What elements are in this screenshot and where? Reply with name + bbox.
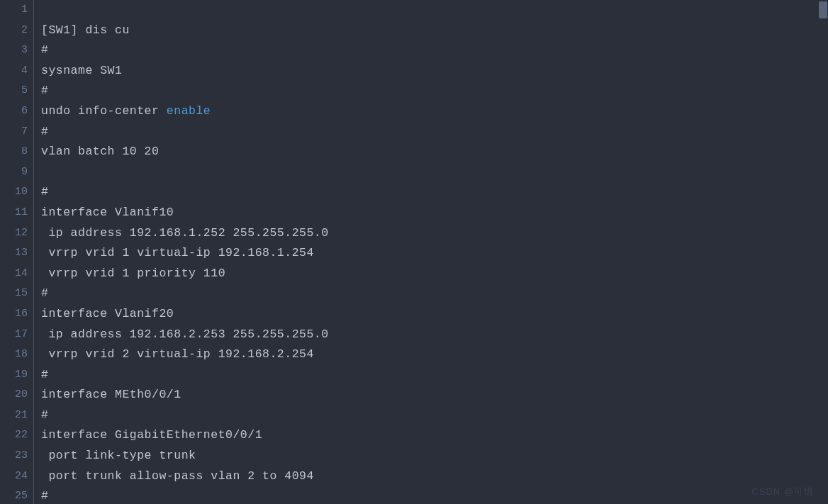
code-line[interactable]: vrrp vrid 2 virtual-ip 192.168.2.254 — [41, 345, 828, 365]
line-number: 9 — [0, 162, 33, 183]
line-number: 21 — [0, 405, 33, 426]
line-number: 22 — [0, 425, 33, 446]
code-editor: 1234567891011121314151617181920212223242… — [0, 0, 828, 504]
code-token: port link-type trunk — [41, 449, 196, 462]
line-number: 3 — [0, 40, 33, 61]
code-line[interactable]: undo info-center enable — [41, 101, 828, 122]
code-line[interactable]: port trunk allow-pass vlan 2 to 4094 — [41, 466, 828, 487]
code-token: # — [41, 408, 48, 422]
code-token: # — [41, 84, 48, 97]
code-line[interactable]: interface MEth0/0/1 — [41, 385, 828, 405]
code-line[interactable] — [41, 162, 828, 183]
line-number: 4 — [0, 61, 33, 82]
line-number: 14 — [0, 264, 33, 284]
line-number: 16 — [0, 304, 33, 325]
line-number: 1 — [0, 0, 33, 21]
vertical-scrollbar-track[interactable] — [818, 0, 828, 504]
line-number: 6 — [0, 101, 33, 122]
line-number: 11 — [0, 203, 33, 223]
code-token: vrrp vrid 1 priority 110 — [41, 267, 225, 280]
line-number: 23 — [0, 446, 33, 466]
code-line[interactable]: # — [41, 405, 828, 426]
line-number: 24 — [0, 466, 33, 487]
code-line[interactable]: # — [41, 81, 828, 101]
code-line[interactable]: # — [41, 40, 828, 61]
code-line[interactable]: vlan batch 10 20 — [41, 142, 828, 162]
code-token: vrrp vrid 2 virtual-ip 192.168.2.254 — [41, 347, 314, 361]
code-line[interactable]: ip address 192.168.2.253 255.255.255.0 — [41, 325, 828, 345]
code-content-area[interactable]: [SW1] dis cu#sysname SW1#undo info-cente… — [34, 0, 828, 504]
line-number: 17 — [0, 325, 33, 345]
code-line[interactable]: # — [41, 486, 828, 504]
code-line[interactable]: sysname SW1 — [41, 61, 828, 82]
code-token: ip address 192.168.2.253 255.255.255.0 — [41, 327, 329, 341]
code-token: interface Vlanif10 — [41, 206, 174, 219]
watermark-csdn: CSDN @可惜 — [751, 486, 814, 498]
code-token: undo info-center — [41, 104, 167, 118]
line-number: 25 — [0, 486, 33, 504]
code-token: # — [41, 43, 48, 57]
code-line[interactable]: vrrp vrid 1 virtual-ip 192.168.1.254 — [41, 243, 828, 264]
code-token: interface Vlanif20 — [41, 307, 174, 320]
code-line[interactable]: interface GigabitEthernet0/0/1 — [41, 425, 828, 446]
code-line[interactable]: vrrp vrid 1 priority 110 — [41, 264, 828, 284]
line-number: 18 — [0, 345, 33, 365]
code-token: interface MEth0/0/1 — [41, 388, 181, 401]
line-number: 10 — [0, 182, 33, 203]
code-token: vlan batch 10 20 — [41, 145, 159, 158]
code-token: vrrp vrid 1 virtual-ip 192.168.1.254 — [41, 246, 314, 259]
code-token: # — [41, 368, 48, 381]
keyword-token: enable — [167, 104, 211, 118]
vertical-scrollbar-thumb[interactable] — [819, 1, 827, 18]
code-token: # — [41, 185, 48, 198]
code-token: ip address 192.168.1.252 255.255.255.0 — [41, 226, 329, 240]
code-line[interactable] — [41, 0, 828, 21]
line-number: 20 — [0, 385, 33, 405]
line-number: 12 — [0, 223, 33, 244]
code-line[interactable]: # — [41, 182, 828, 203]
code-token: # — [41, 489, 48, 503]
code-line[interactable]: [SW1] dis cu — [41, 21, 828, 41]
code-line[interactable]: interface Vlanif10 — [41, 203, 828, 223]
line-number: 5 — [0, 81, 33, 101]
line-number: 15 — [0, 284, 33, 304]
code-line[interactable]: port link-type trunk — [41, 446, 828, 466]
line-number-gutter: 1234567891011121314151617181920212223242… — [0, 0, 34, 504]
code-line[interactable]: # — [41, 122, 828, 142]
line-number: 7 — [0, 122, 33, 142]
code-token: sysname SW1 — [41, 64, 122, 77]
code-token: # — [41, 286, 48, 300]
line-number: 19 — [0, 365, 33, 386]
code-token: [SW1] dis cu — [41, 23, 130, 37]
code-line[interactable]: interface Vlanif20 — [41, 304, 828, 325]
code-line[interactable]: # — [41, 284, 828, 304]
code-token: # — [41, 125, 48, 138]
line-number: 13 — [0, 243, 33, 264]
line-number: 2 — [0, 21, 33, 41]
code-token: port trunk allow-pass vlan 2 to 4094 — [41, 469, 314, 483]
line-number: 8 — [0, 142, 33, 162]
code-line[interactable]: ip address 192.168.1.252 255.255.255.0 — [41, 223, 828, 244]
code-line[interactable]: # — [41, 365, 828, 386]
code-token: interface GigabitEthernet0/0/1 — [41, 428, 262, 442]
